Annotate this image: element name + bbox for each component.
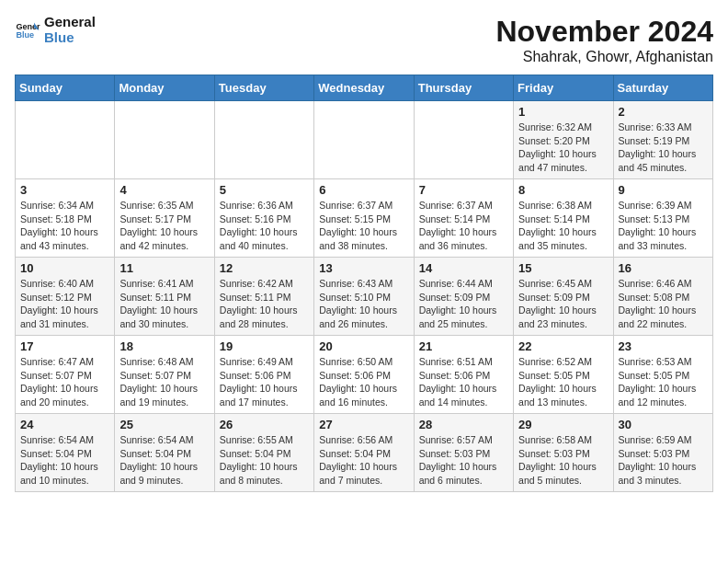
day-cell: 21Sunrise: 6:51 AM Sunset: 5:06 PM Dayli… [414, 336, 513, 414]
day-number: 16 [619, 261, 708, 275]
day-number: 27 [319, 418, 408, 431]
day-info: Sunrise: 6:54 AM Sunset: 5:04 PM Dayligh… [119, 433, 209, 488]
day-cell [414, 101, 513, 179]
svg-text:Blue: Blue [16, 30, 34, 40]
day-info: Sunrise: 6:50 AM Sunset: 5:06 PM Dayligh… [319, 355, 408, 409]
day-number: 11 [119, 261, 209, 275]
day-info: Sunrise: 6:37 AM Sunset: 5:14 PM Dayligh… [419, 199, 508, 253]
day-info: Sunrise: 6:51 AM Sunset: 5:06 PM Dayligh… [419, 355, 508, 409]
day-info: Sunrise: 6:35 AM Sunset: 5:17 PM Dayligh… [119, 199, 209, 253]
day-cell: 26Sunrise: 6:55 AM Sunset: 5:04 PM Dayli… [214, 414, 313, 492]
day-number: 20 [319, 339, 408, 353]
main-title: November 2024 [495, 15, 713, 49]
week-row-4: 17Sunrise: 6:47 AM Sunset: 5:07 PM Dayli… [16, 336, 713, 414]
day-cell: 23Sunrise: 6:53 AM Sunset: 5:05 PM Dayli… [613, 336, 712, 414]
day-number: 8 [518, 183, 608, 197]
week-row-1: 1Sunrise: 6:32 AM Sunset: 5:20 PM Daylig… [16, 101, 713, 179]
logo-line2: Blue [44, 30, 96, 46]
day-cell [16, 101, 115, 179]
day-cell: 30Sunrise: 6:59 AM Sunset: 5:03 PM Dayli… [613, 414, 712, 492]
header: General Blue General Blue November 2024 … [15, 15, 713, 65]
header-row: SundayMondayTuesdayWednesdayThursdayFrid… [16, 75, 713, 101]
day-cell: 17Sunrise: 6:47 AM Sunset: 5:07 PM Dayli… [16, 336, 115, 414]
day-number: 5 [220, 183, 309, 197]
day-info: Sunrise: 6:36 AM Sunset: 5:16 PM Dayligh… [220, 199, 309, 253]
day-number: 6 [319, 183, 408, 197]
day-cell: 10Sunrise: 6:40 AM Sunset: 5:12 PM Dayli… [16, 258, 115, 336]
day-info: Sunrise: 6:46 AM Sunset: 5:08 PM Dayligh… [619, 277, 708, 331]
logo-icon: General Blue [15, 17, 40, 43]
day-cell: 12Sunrise: 6:42 AM Sunset: 5:11 PM Dayli… [214, 258, 313, 336]
day-number: 28 [419, 418, 508, 431]
day-cell: 22Sunrise: 6:52 AM Sunset: 5:05 PM Dayli… [514, 336, 613, 414]
day-cell: 14Sunrise: 6:44 AM Sunset: 5:09 PM Dayli… [414, 258, 513, 336]
day-number: 17 [20, 339, 109, 353]
header-cell-wednesday: Wednesday [314, 75, 414, 101]
day-cell: 29Sunrise: 6:58 AM Sunset: 5:03 PM Dayli… [514, 414, 613, 492]
header-cell-friday: Friday [514, 75, 613, 101]
day-info: Sunrise: 6:57 AM Sunset: 5:03 PM Dayligh… [419, 433, 508, 488]
day-cell: 15Sunrise: 6:45 AM Sunset: 5:09 PM Dayli… [514, 258, 613, 336]
day-info: Sunrise: 6:52 AM Sunset: 5:05 PM Dayligh… [518, 355, 608, 409]
day-info: Sunrise: 6:56 AM Sunset: 5:04 PM Dayligh… [319, 433, 408, 488]
day-cell: 25Sunrise: 6:54 AM Sunset: 5:04 PM Dayli… [115, 414, 214, 492]
day-cell: 27Sunrise: 6:56 AM Sunset: 5:04 PM Dayli… [314, 414, 414, 492]
day-cell: 18Sunrise: 6:48 AM Sunset: 5:07 PM Dayli… [115, 336, 214, 414]
day-number: 29 [518, 418, 608, 431]
day-cell: 9Sunrise: 6:39 AM Sunset: 5:13 PM Daylig… [613, 179, 712, 258]
day-info: Sunrise: 6:39 AM Sunset: 5:13 PM Dayligh… [619, 199, 708, 253]
day-number: 26 [220, 418, 309, 431]
day-info: Sunrise: 6:32 AM Sunset: 5:20 PM Dayligh… [518, 121, 608, 175]
day-cell [314, 101, 414, 179]
day-cell: 28Sunrise: 6:57 AM Sunset: 5:03 PM Dayli… [414, 414, 513, 492]
day-number: 25 [119, 418, 209, 431]
week-row-5: 24Sunrise: 6:54 AM Sunset: 5:04 PM Dayli… [16, 414, 713, 492]
day-number: 4 [119, 183, 209, 197]
day-cell: 7Sunrise: 6:37 AM Sunset: 5:14 PM Daylig… [414, 179, 513, 258]
day-info: Sunrise: 6:44 AM Sunset: 5:09 PM Dayligh… [419, 277, 508, 331]
day-info: Sunrise: 6:59 AM Sunset: 5:03 PM Dayligh… [619, 433, 708, 488]
day-number: 3 [20, 183, 109, 197]
day-cell: 24Sunrise: 6:54 AM Sunset: 5:04 PM Dayli… [16, 414, 115, 492]
day-info: Sunrise: 6:42 AM Sunset: 5:11 PM Dayligh… [220, 277, 309, 331]
day-cell: 2Sunrise: 6:33 AM Sunset: 5:19 PM Daylig… [613, 101, 712, 179]
day-number: 21 [419, 339, 508, 353]
day-number: 12 [220, 261, 309, 275]
day-info: Sunrise: 6:34 AM Sunset: 5:18 PM Dayligh… [20, 199, 109, 253]
svg-text:General: General [16, 21, 40, 30]
header-cell-tuesday: Tuesday [214, 75, 313, 101]
week-row-3: 10Sunrise: 6:40 AM Sunset: 5:12 PM Dayli… [16, 258, 713, 336]
day-info: Sunrise: 6:33 AM Sunset: 5:19 PM Dayligh… [619, 121, 708, 175]
header-cell-saturday: Saturday [613, 75, 712, 101]
subtitle: Shahrak, Ghowr, Afghanistan [495, 49, 713, 65]
day-number: 9 [619, 183, 708, 197]
day-number: 10 [20, 261, 109, 275]
day-number: 18 [119, 339, 209, 353]
day-info: Sunrise: 6:53 AM Sunset: 5:05 PM Dayligh… [619, 355, 708, 409]
day-number: 19 [220, 339, 309, 353]
logo-line1: General [44, 15, 96, 30]
day-number: 7 [419, 183, 508, 197]
day-info: Sunrise: 6:55 AM Sunset: 5:04 PM Dayligh… [220, 433, 309, 488]
day-cell: 11Sunrise: 6:41 AM Sunset: 5:11 PM Dayli… [115, 258, 214, 336]
day-number: 22 [518, 339, 608, 353]
day-cell: 3Sunrise: 6:34 AM Sunset: 5:18 PM Daylig… [16, 179, 115, 258]
day-cell: 6Sunrise: 6:37 AM Sunset: 5:15 PM Daylig… [314, 179, 414, 258]
day-number: 15 [518, 261, 608, 275]
week-row-2: 3Sunrise: 6:34 AM Sunset: 5:18 PM Daylig… [16, 179, 713, 258]
day-info: Sunrise: 6:47 AM Sunset: 5:07 PM Dayligh… [20, 355, 109, 409]
day-number: 30 [619, 418, 708, 431]
day-cell: 13Sunrise: 6:43 AM Sunset: 5:10 PM Dayli… [314, 258, 414, 336]
day-info: Sunrise: 6:40 AM Sunset: 5:12 PM Dayligh… [20, 277, 109, 331]
day-cell [115, 101, 214, 179]
day-cell: 4Sunrise: 6:35 AM Sunset: 5:17 PM Daylig… [115, 179, 214, 258]
day-number: 23 [619, 339, 708, 353]
day-cell [214, 101, 313, 179]
day-info: Sunrise: 6:54 AM Sunset: 5:04 PM Dayligh… [20, 433, 109, 488]
day-cell: 20Sunrise: 6:50 AM Sunset: 5:06 PM Dayli… [314, 336, 414, 414]
day-cell: 8Sunrise: 6:38 AM Sunset: 5:14 PM Daylig… [514, 179, 613, 258]
header-cell-sunday: Sunday [16, 75, 115, 101]
day-info: Sunrise: 6:45 AM Sunset: 5:09 PM Dayligh… [518, 277, 608, 331]
day-cell: 16Sunrise: 6:46 AM Sunset: 5:08 PM Dayli… [613, 258, 712, 336]
day-number: 24 [20, 418, 109, 431]
